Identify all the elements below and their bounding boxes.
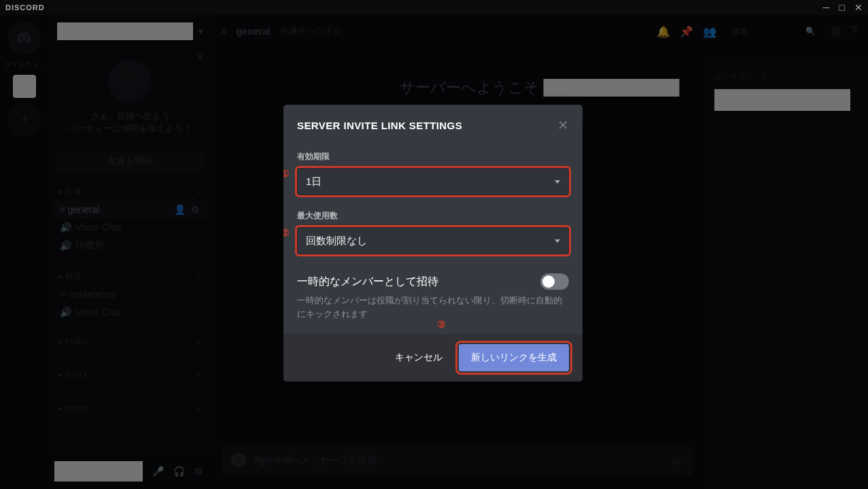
expiry-select[interactable]: 1日 bbox=[297, 168, 569, 195]
temp-member-desc: 一時的なメンバーは役職が割り当てられない限り、切断時に自動的にキックされます bbox=[297, 294, 569, 320]
modal-title: SERVER INVITE LINK SETTINGS bbox=[297, 120, 462, 131]
max-uses-label: 最大使用数 bbox=[297, 210, 569, 222]
minimize-icon[interactable]: ─ bbox=[823, 2, 830, 13]
annotation-2: ② bbox=[283, 227, 290, 238]
caret-down-icon bbox=[555, 180, 560, 184]
maximize-icon[interactable]: □ bbox=[839, 2, 845, 13]
temp-member-label: 一時的なメンバーとして招待 bbox=[297, 275, 438, 289]
annotation-1: ① bbox=[283, 168, 290, 179]
caret-down-icon bbox=[555, 239, 560, 243]
annotation-3: ③ bbox=[437, 319, 446, 330]
window-controls: ─ □ ✕ bbox=[823, 2, 863, 13]
expiry-label: 有効期限 bbox=[297, 151, 569, 163]
app-brand: DISCORD bbox=[5, 3, 45, 12]
cancel-button[interactable]: キャンセル bbox=[385, 345, 452, 371]
max-uses-value: 回数制限なし bbox=[306, 235, 367, 248]
invite-settings-modal: SERVER INVITE LINK SETTINGS ✕ 有効期限 ① 1日 … bbox=[283, 105, 583, 382]
temp-member-toggle[interactable] bbox=[540, 273, 569, 290]
titlebar: DISCORD ─ □ ✕ bbox=[0, 0, 868, 15]
modal-close-icon[interactable]: ✕ bbox=[557, 117, 569, 133]
expiry-value: 1日 bbox=[306, 175, 322, 188]
close-icon[interactable]: ✕ bbox=[854, 2, 863, 13]
generate-link-button[interactable]: 新しいリンクを生成 bbox=[459, 344, 569, 371]
max-uses-select[interactable]: 回数制限なし bbox=[297, 227, 569, 254]
